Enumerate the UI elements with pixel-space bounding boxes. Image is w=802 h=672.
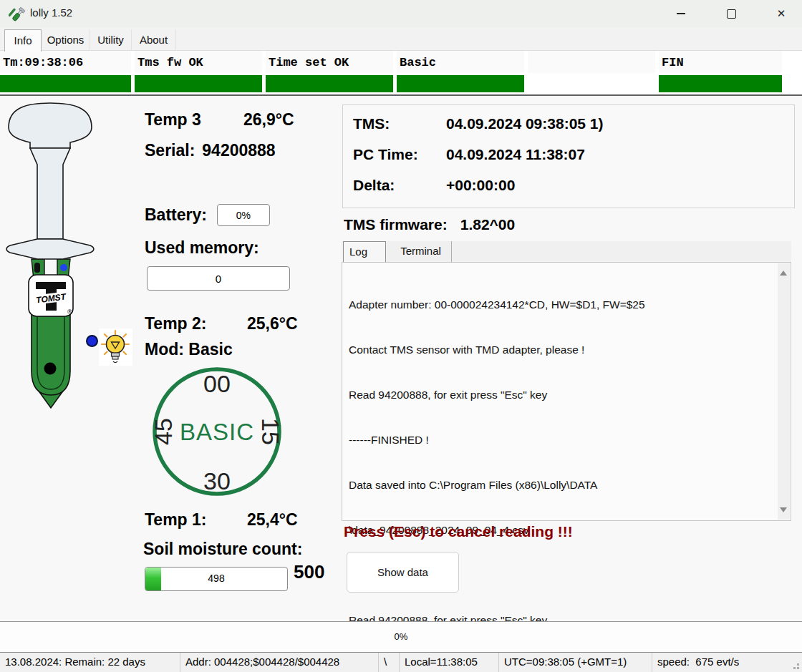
- menu-item-info[interactable]: Info: [4, 29, 42, 52]
- menu-item-about[interactable]: About: [132, 29, 176, 51]
- statusbar-utc-time: UTC=09:38:05 (+GMT=1): [499, 653, 652, 672]
- status-cell-label: Basic: [397, 51, 524, 73]
- dial-left-label: 45: [150, 418, 177, 445]
- log-text: Adapter number: 00-000024234142*CD, HW=$…: [349, 267, 773, 658]
- tms-time-row: TMS: 04.09.2024 09:38:05 1): [353, 115, 604, 132]
- window-title: lolly 1.52: [30, 6, 72, 19]
- log-line: ------FINISHED !: [349, 432, 773, 447]
- tab-log[interactable]: Log: [343, 241, 386, 262]
- title-bar: lolly 1.52 ✕: [0, 0, 802, 27]
- resize-grip[interactable]: [797, 667, 799, 669]
- moisture-max-value: 500: [294, 561, 324, 583]
- lightbulb-icon: [99, 328, 132, 366]
- used-memory-label: Used memory:: [145, 238, 259, 258]
- status-cell-tms-fw: Tms fw OK: [135, 51, 262, 94]
- firmware-value: 1.82^00: [460, 216, 516, 233]
- dial-top-label: 00: [203, 370, 231, 397]
- close-button[interactable]: ✕: [759, 0, 802, 27]
- statusbar-remain: 13.08.2024: Remain: 22 days: [0, 653, 180, 672]
- dial-center-label: BASIC: [180, 419, 254, 445]
- app-window: lolly 1.52 ✕ Info Options Utility About …: [0, 0, 802, 672]
- log-line: Read 94200888, for exit press "Esc" key: [349, 387, 773, 402]
- status-cell-bar: [528, 75, 655, 92]
- show-data-button[interactable]: Show data: [347, 552, 459, 593]
- menu-item-options[interactable]: Options: [42, 29, 90, 51]
- log-output: Adapter number: 00-000024234142*CD, HW=$…: [342, 262, 791, 521]
- sensor-brand-mark: ®: [67, 308, 72, 316]
- log-scrollbar[interactable]: [778, 263, 790, 520]
- temp2-row: Temp 2: 25,6°C: [145, 314, 298, 333]
- temp1-value: 25,4°C: [247, 510, 298, 530]
- status-cell-label: FIN: [659, 51, 782, 73]
- status-cell-bar: [266, 75, 393, 92]
- status-cell-bar: [135, 75, 262, 92]
- status-cell-bar: [0, 75, 131, 92]
- cancel-reading-alert: Press (Esc) to cancel reading !!!: [344, 523, 573, 540]
- minimize-button[interactable]: [659, 0, 703, 27]
- temp3-value: 26,9°C: [243, 110, 294, 130]
- tab-terminal[interactable]: Terminal: [390, 241, 452, 262]
- moisture-value: 498: [145, 573, 287, 584]
- sensor-illustration: TOMST ®: [3, 99, 135, 446]
- tms-time-label: TMS:: [353, 115, 446, 132]
- temp3-label: Temp 3: [145, 110, 243, 130]
- led-indicator: [86, 335, 98, 347]
- tms-time-value: 04.09.2024 09:38:05 1): [446, 115, 604, 132]
- statusbar-spinner: \: [379, 653, 400, 672]
- maximize-button[interactable]: [709, 0, 753, 27]
- status-cell-label: Tm:09:38:06: [0, 51, 131, 73]
- serial-row: Serial: 94200888: [145, 141, 276, 160]
- statusbar-speed: speed: 675 evt/s: [652, 653, 802, 672]
- pc-time-value: 04.09.2024 11:38:07: [446, 146, 585, 163]
- log-line: Contact TMS sensor with TMD adapter, ple…: [349, 342, 773, 357]
- status-cell-bar: [659, 75, 782, 92]
- temp1-row: Temp 1: 25,4°C: [145, 510, 298, 530]
- status-cell-label: Time set OK: [266, 51, 393, 73]
- used-memory-field: 0: [147, 266, 290, 291]
- scroll-up-icon[interactable]: [780, 271, 787, 276]
- moisture-label: Soil moisture count:: [143, 540, 302, 559]
- tab-bar: Log Terminal: [342, 241, 791, 262]
- status-cell-label: [528, 51, 655, 73]
- statusbar-address: Addr: 004428;$004428/$004428: [180, 653, 379, 672]
- status-cell-time: Tm:09:38:06: [0, 51, 131, 94]
- dial-right-label: 15: [257, 418, 284, 445]
- mode-label: Mod: Basic: [145, 340, 233, 359]
- battery-row: Battery: 0%: [145, 204, 270, 226]
- main-content: TOMST ® Temp 3 26,9°C Serial: 94200888: [0, 96, 802, 621]
- minimize-icon: [677, 13, 685, 14]
- temp2-value: 25,6°C: [247, 314, 298, 333]
- delta-value: +00:00:00: [446, 177, 515, 194]
- app-icon: [9, 5, 26, 22]
- bottom-progress-row: 0%: [0, 621, 802, 652]
- temp3-row: Temp 3 26,9°C: [145, 110, 294, 130]
- status-strip: Tm:09:38:06 Tms fw OK Time set OK Basic …: [0, 51, 802, 94]
- mode-dial: 00 30 15 45 BASIC: [149, 364, 285, 500]
- statusbar-local-time: Local=11:38:05: [400, 653, 499, 672]
- firmware-label: TMS firmware:: [344, 216, 448, 233]
- status-cell-empty: [528, 51, 655, 94]
- serial-label: Serial:: [145, 141, 195, 160]
- pc-time-row: PC Time: 04.09.2024 11:38:07: [353, 146, 585, 163]
- temp2-label: Temp 2:: [145, 314, 247, 333]
- status-bar: 13.08.2024: Remain: 22 days Addr: 004428…: [0, 652, 802, 672]
- time-panel: TMS: 04.09.2024 09:38:05 1) PC Time: 04.…: [342, 104, 795, 208]
- menu-bar: Info Options Utility About: [0, 27, 802, 51]
- status-cell-fin: FIN: [659, 51, 782, 94]
- temp1-label: Temp 1:: [145, 510, 247, 530]
- dial-bottom-label: 30: [203, 467, 231, 495]
- delta-label: Delta:: [353, 177, 446, 194]
- log-line: Adapter number: 00-000024234142*CD, HW=$…: [349, 297, 773, 312]
- firmware-row: TMS firmware: 1.82^00: [344, 216, 515, 233]
- status-cell-bar: [397, 75, 524, 92]
- status-cell-time-set: Time set OK: [266, 51, 393, 94]
- delta-row: Delta: +00:00:00: [353, 177, 515, 194]
- pc-time-label: PC Time:: [353, 146, 446, 163]
- scroll-down-icon[interactable]: [780, 507, 787, 512]
- progress-percent: 0%: [0, 631, 802, 642]
- moisture-progressbar: 498: [145, 567, 288, 591]
- log-line: Data saved into C:\Program Files (x86)\L…: [349, 477, 773, 492]
- status-cell-basic: Basic: [397, 51, 524, 94]
- menu-item-utility[interactable]: Utility: [90, 29, 132, 51]
- maximize-icon: [727, 9, 736, 19]
